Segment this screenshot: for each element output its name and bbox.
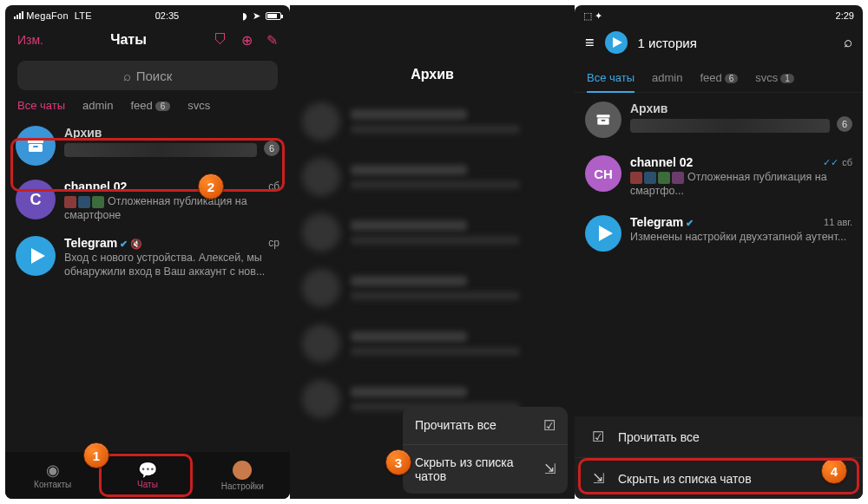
bottom-tabbar: ◉Контакты 💬Чаты Настройки <box>5 452 290 499</box>
step-badge-3: 3 <box>385 449 411 475</box>
edit-button[interactable]: Изм. <box>17 33 43 47</box>
menu-item-read-all[interactable]: ☑ Прочитать все <box>575 416 863 457</box>
svg-rect-5 <box>602 120 606 121</box>
menu-label: Скрыть из списка чатов <box>415 455 513 483</box>
chat-row-archive[interactable]: Архив 6 <box>575 93 863 147</box>
tab-settings[interactable]: Настройки <box>195 452 290 499</box>
tab-admin[interactable]: admin <box>652 64 682 92</box>
blurred-archive-list <box>290 94 575 427</box>
archive-icon <box>16 126 56 166</box>
statusbar: ⬚ ✦ 2:29 <box>575 5 863 21</box>
chat-preview: Отложенная публикация на смартфоне <box>64 195 279 222</box>
shield-icon[interactable]: ⛉ <box>214 32 227 49</box>
chat-time: ✓✓сб <box>823 157 852 168</box>
chat-row[interactable]: Telegram✔11 авг. Изменены настройки двух… <box>575 206 863 260</box>
chat-time: ср <box>268 237 279 249</box>
svg-rect-0 <box>28 140 43 143</box>
menu-label: Скрыть из списка чатов <box>618 472 752 486</box>
do-not-disturb-icon: ◗ <box>242 10 247 22</box>
context-menu: Прочитать все ☑ Скрыть из списка чатов ⇲ <box>403 407 568 494</box>
archive-title: Архив <box>290 56 575 94</box>
battery-icon <box>266 12 281 20</box>
step-badge-2: 2 <box>198 173 224 200</box>
unread-badge: 6 <box>264 141 279 156</box>
search-input[interactable]: ⌕ Поиск <box>17 61 278 90</box>
chat-time: сб <box>268 180 279 193</box>
chat-name: channel 02 <box>64 180 127 193</box>
location-icon: ➤ <box>253 10 260 22</box>
chat-preview: Отложенная публикация на смартфо... <box>630 171 852 198</box>
search-icon[interactable]: ⌕ <box>844 34 852 51</box>
search-icon: ⌕ <box>123 69 131 83</box>
mute-icon: 🔇 <box>130 239 142 249</box>
search-placeholder: Поиск <box>136 69 173 83</box>
new-group-icon[interactable]: ⊕ <box>241 32 253 49</box>
folder-tabs: Все чаты admin feed6 svcs1 <box>575 64 863 93</box>
avatar <box>16 236 56 276</box>
contacts-icon: ◉ <box>46 462 60 478</box>
unpin-icon: ⇲ <box>544 461 556 477</box>
chat-name: Telegram✔ <box>630 215 694 229</box>
menu-item-hide[interactable]: ⇲ Скрыть из списка чатов <box>575 457 863 499</box>
check-chat-icon: ☑ <box>543 417 556 434</box>
tab-feed[interactable]: feed6 <box>130 99 170 112</box>
tab-admin[interactable]: admin <box>82 99 113 112</box>
chats-icon: 💬 <box>138 462 157 478</box>
archive-icon <box>585 101 621 138</box>
tab-all[interactable]: Все чаты <box>587 64 635 93</box>
folder-tabs: Все чаты admin feed6 svcs <box>5 99 290 119</box>
statusbar-time: 02:35 <box>155 10 180 21</box>
menu-icon[interactable]: ≡ <box>585 34 595 52</box>
step-badge-1: 1 <box>83 442 109 468</box>
chat-name: Архив <box>64 126 102 140</box>
avatar-mini <box>233 461 252 480</box>
tab-feed[interactable]: feed6 <box>700 64 738 92</box>
read-check-icon: ✓✓ <box>823 157 838 167</box>
blurred-preview <box>630 119 830 133</box>
avatar <box>585 215 621 252</box>
panel-ios-chats: MegaFon LTE 02:35 ◗➤ Изм. Чаты ⛉ ⊕ ✎ ⌕ П… <box>5 5 290 499</box>
check-icon: ☑ <box>590 429 606 445</box>
svg-rect-1 <box>29 144 43 152</box>
menu-label: Прочитать все <box>415 418 496 432</box>
verified-icon: ✔ <box>686 218 694 228</box>
chats-header: ≡ 1 история ⌕ <box>575 21 863 64</box>
compose-icon[interactable]: ✎ <box>266 32 278 49</box>
chat-name: Telegram✔🔇 <box>64 236 142 250</box>
chat-name: Архив <box>630 101 667 115</box>
context-menu: ☑ Прочитать все ⇲ Скрыть из списка чатов <box>575 416 863 499</box>
chat-row[interactable]: CH channel 02✓✓сб Отложенная публикация … <box>575 147 863 206</box>
avatar: C <box>16 180 56 219</box>
chat-preview: Изменены настройки двухэтапной аутент... <box>630 231 852 245</box>
chat-name: channel 02 <box>630 155 693 169</box>
statusbar-time: 2:29 <box>836 10 854 21</box>
panel-ios-archive-context: Архив Прочитать все ☑ Скрыть из списка ч… <box>290 5 575 499</box>
menu-label: Прочитать все <box>618 430 700 444</box>
chat-preview: Вход с нового устройства. Алексей, мы об… <box>64 252 279 278</box>
blurred-preview <box>64 143 257 157</box>
tab-all[interactable]: Все чаты <box>17 99 65 112</box>
page-title: 1 история <box>638 36 833 50</box>
svg-rect-4 <box>597 118 608 125</box>
step-badge-4: 4 <box>821 458 847 484</box>
chat-time: 11 авг. <box>824 217 852 227</box>
telegram-logo-icon <box>605 31 628 54</box>
avatar: CH <box>585 155 621 192</box>
svg-rect-2 <box>33 146 38 147</box>
panel-android-chats: ⬚ ✦ 2:29 ≡ 1 история ⌕ Все чаты admin fe… <box>575 5 863 499</box>
page-title: Чаты <box>110 32 147 48</box>
unpin-icon: ⇲ <box>590 470 606 487</box>
tab-svcs[interactable]: svcs <box>187 99 210 112</box>
chats-header: Изм. Чаты ⛉ ⊕ ✎ <box>5 23 290 57</box>
tab-svcs[interactable]: svcs1 <box>755 64 794 92</box>
unread-badge: 6 <box>837 116 852 132</box>
svg-rect-3 <box>597 115 610 117</box>
chat-row-archive[interactable]: Архив 6 <box>5 119 290 173</box>
chat-row[interactable]: Telegram✔🔇ср Вход с нового устройства. А… <box>5 229 290 285</box>
menu-item-hide[interactable]: Скрыть из списка чатов ⇲ <box>403 444 568 494</box>
tab-chats[interactable]: 💬Чаты <box>100 452 194 499</box>
menu-item-read-all[interactable]: Прочитать все ☑ <box>403 407 568 444</box>
statusbar: MegaFon LTE 02:35 ◗➤ <box>5 5 290 23</box>
verified-icon: ✔ <box>120 239 128 249</box>
chat-row[interactable]: C channel 02сб Отложенная публикация на … <box>5 173 290 229</box>
